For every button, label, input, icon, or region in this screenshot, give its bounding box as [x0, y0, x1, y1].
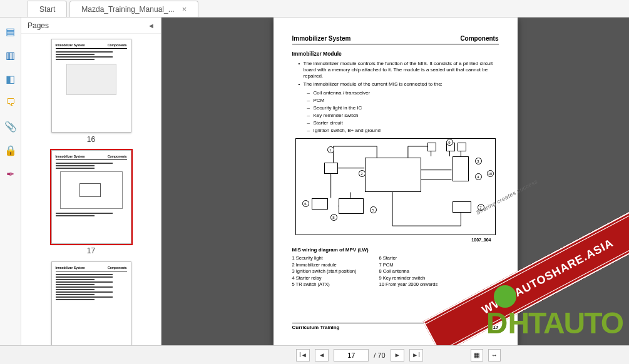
watermark-logo: DHTAUTO	[486, 306, 623, 340]
page-input[interactable]	[334, 349, 369, 361]
page-footer-left: Curriculum Training	[292, 325, 340, 330]
page-header-right: Components	[460, 35, 498, 42]
callout: 9	[446, 139, 453, 146]
bullet: The immobilizer module controls the func…	[299, 61, 499, 79]
sidebar: Pages ◄ Immobilizer SystemComponents 16 …	[21, 18, 161, 345]
legend-item: 3 Ignition switch (start position)	[292, 268, 357, 275]
page-subhead: Immobilizer Module	[292, 51, 499, 57]
tab-document[interactable]: Mazda_Training_Manual_... ×	[69, 1, 198, 17]
page-total: / 70	[374, 351, 385, 359]
diagram-id: 1007_004	[292, 238, 491, 242]
tool-strip: ▤ ▥ ◧ 🗨 📎 🔒 ✒	[0, 18, 21, 345]
logo-rest: HTAUTO	[508, 306, 623, 340]
callout: 2	[359, 170, 366, 177]
callout: 8	[330, 214, 337, 221]
callout: 5	[370, 206, 377, 213]
legend-item: 4 Starter relay	[292, 275, 357, 282]
callout: 4	[475, 173, 482, 180]
sub-bullet: Ignition switch, B+ and ground	[307, 128, 499, 133]
page-viewer[interactable]: Immobilizer System Components Immobilize…	[161, 18, 629, 345]
bullet: The immobilizer module of the current MI…	[299, 81, 499, 88]
sub-bullet: Security light in the IC	[307, 105, 499, 111]
twitter-icon	[494, 285, 516, 308]
view-mode-button[interactable]: ▦	[471, 349, 483, 361]
legend-item: 10 From year 2000 onwards	[379, 281, 437, 288]
last-page-button[interactable]: ►I	[409, 349, 423, 361]
legend-item: 1 Security light	[292, 255, 357, 262]
comment-icon[interactable]: 🗨	[4, 96, 17, 109]
layers-icon[interactable]: ◧	[4, 73, 17, 85]
callout: 1	[327, 146, 334, 153]
tab-start-label: Start	[39, 5, 55, 14]
signature-icon[interactable]: ✒	[4, 168, 17, 180]
page-header-left: Immobilizer System	[292, 35, 351, 42]
document-icon[interactable]: ▤	[4, 25, 17, 38]
legend-item: 5 TR switch (ATX)	[292, 281, 357, 288]
diagram-title: MIS wiring diagram of MPV (LW)	[292, 247, 499, 253]
thumbnail-number: 16	[87, 135, 95, 144]
tab-document-label: Mazda_Training_Manual_...	[81, 5, 174, 14]
callout: 6	[302, 200, 309, 207]
sub-bullet: Coil antenna / transceiver	[307, 90, 499, 96]
legend-item: 6 Starter	[379, 255, 437, 262]
thumbnail-list: Immobilizer SystemComponents 16 Immobili…	[21, 34, 161, 345]
callout: 3	[475, 158, 482, 164]
tab-start[interactable]: Start	[28, 1, 67, 17]
legend-item: 8 Coil antenna	[379, 268, 437, 275]
page-nav: I◄ ◄ / 70 ► ►I ▦ ↔	[0, 345, 629, 364]
thumbnail[interactable]: Immobilizer SystemComponents 16	[21, 39, 161, 144]
logo-d: D	[486, 306, 508, 340]
first-page-button[interactable]: I◄	[296, 349, 310, 361]
legend-item: 2 Immobilizer module	[292, 262, 357, 269]
sub-bullet: Key reminder switch	[307, 113, 499, 118]
pages-icon[interactable]: ▥	[4, 49, 17, 61]
fit-width-button[interactable]: ↔	[488, 349, 501, 361]
sub-bullet: Starter circuit	[307, 120, 499, 126]
callout: 10	[487, 170, 494, 177]
close-icon[interactable]: ×	[182, 4, 187, 14]
diagram-legend: 1 Security light 2 Immobilizer module 3 …	[292, 255, 499, 288]
attachment-icon[interactable]: 📎	[4, 120, 17, 133]
legend-item: 9 Key reminder switch	[379, 275, 437, 282]
legend-item: 7 PCM	[379, 262, 437, 269]
thumbnail[interactable]: Immobilizer SystemComponents 18	[21, 261, 161, 345]
thumbnail-number: 17	[87, 246, 95, 255]
sub-bullet: PCM	[307, 98, 499, 103]
lock-icon[interactable]: 🔒	[4, 144, 17, 156]
sidebar-title: Pages	[28, 21, 49, 30]
collapse-icon[interactable]: ◄	[148, 22, 155, 29]
thumbnail[interactable]: Immobilizer SystemComponents 17	[21, 150, 161, 255]
prev-page-button[interactable]: ◄	[315, 349, 329, 361]
next-page-button[interactable]: ►	[391, 349, 404, 361]
wiring-diagram: 1 2 3 4 5 6 7 8 9 10	[295, 138, 496, 235]
